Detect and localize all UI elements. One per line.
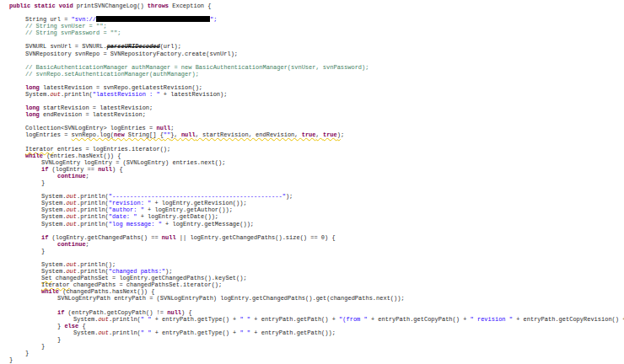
code-token-string: " " [239, 329, 250, 336]
code-token-warn: Set [41, 275, 52, 281]
code-token-field: out [66, 221, 77, 228]
code-token-plain: + latestRevision); [160, 91, 228, 98]
code-blank-line [9, 9, 624, 16]
code-token-comment: // String svnUser = ""; [25, 23, 107, 29]
code-token-keyword: throws [148, 3, 169, 9]
code-blank-line [9, 36, 624, 43]
code-token-keyword: true [323, 131, 337, 138]
code-blank-line [9, 302, 624, 308]
code-token-field: out [66, 268, 77, 275]
code-line: SVNRepository svnRepo = SVNRepositoryFac… [9, 51, 624, 57]
code-line: SVNURL svnUrl = SVNURL.parseURIDecoded(u… [9, 43, 624, 50]
code-token-plain: System. [41, 268, 66, 275]
code-line: if (logEntry.getChangedPaths() == null |… [9, 234, 624, 241]
code-token-plain: .println(); [77, 261, 116, 268]
code-blank-line [9, 118, 624, 125]
code-token-warn: , [316, 131, 323, 138]
code-line: System.out.println("log message: " + log… [9, 221, 624, 228]
code-token-plain: } [41, 343, 45, 350]
code-line: continue; [9, 241, 624, 248]
code-token-keyword: continue [57, 241, 86, 248]
code-line: // BasicAuthenticationManager authManage… [9, 64, 624, 71]
code-blank-line [9, 139, 624, 146]
code-token-plain: System. [41, 261, 66, 268]
code-token-keyword: long [25, 111, 40, 118]
code-token-plain: (entries.hasNext()) { [43, 153, 121, 159]
code-token-plain: (changedPaths.hasNext()) { [59, 288, 154, 295]
code-token-keyword: long [25, 84, 40, 91]
code-token-warn: svnRepo.log( [72, 131, 114, 138]
code-line: long latestRevision = svnRepo.getLatestR… [9, 84, 624, 91]
code-line: // String svnUser = ""; [9, 23, 624, 29]
code-token-string: " " [141, 316, 152, 323]
code-line: SVNLogEntry logEntry = (SVNLogEntry) ent… [9, 159, 624, 166]
code-token-plain: SVNLogEntryPath entryPath = (SVNLogEntry… [57, 295, 405, 302]
code-token-plain: + entryPath.getCopyRevision() + [513, 316, 624, 323]
code-token-plain: System. [41, 221, 66, 228]
code-token-string: "(from " [339, 316, 368, 323]
code-token-plain: System. [73, 316, 98, 323]
code-line: Iterator changedPaths = changedPathsSet.… [9, 281, 624, 288]
code-line: if (logEntry == null) { [9, 166, 624, 173]
code-line: logEntries = svnRepo.log(new String[] {"… [9, 131, 624, 138]
code-token-plain: } [25, 350, 29, 356]
code-token-keyword: while [41, 288, 59, 295]
code-token-string: "changed paths:" [109, 268, 165, 275]
code-token-plain: System. [25, 91, 50, 98]
code-token-keyword: null [156, 125, 170, 131]
code-line: } [9, 179, 624, 186]
code-token-plain: String url = [25, 16, 72, 23]
code-blank-line [9, 228, 624, 234]
code-token-plain: || logEntry.getChangedPaths().size() == … [176, 234, 336, 241]
code-token-plain: ) { [181, 309, 192, 316]
code-token-string: "---------------------------------------… [109, 193, 286, 200]
code-token-keyword: long [25, 104, 40, 111]
code-token-keyword: new [114, 131, 125, 138]
code-token-string: "author: " [109, 206, 144, 213]
code-line: System.out.println("--------------------… [9, 193, 624, 200]
code-token-string: " revision " [471, 316, 513, 323]
code-token-keyword: true [302, 131, 316, 138]
code-line: System.out.println(" " + entryPath.getTy… [9, 316, 624, 323]
code-token-comment: // BasicAuthenticationManager authManage… [25, 64, 368, 71]
code-token-plain: changedPathsSet = logEntry.getChangedPat… [52, 275, 247, 281]
code-token-plain: System. [41, 193, 66, 200]
code-token-plain: } [9, 356, 13, 363]
code-token-string: "latestRevision : " [93, 91, 160, 98]
code-token-warn: }, [170, 131, 181, 138]
code-token-plain: + logEntry.getDate()); [137, 213, 218, 220]
code-line: long endRevision = latestRevision; [9, 111, 624, 118]
code-token-plain: ; [341, 131, 344, 138]
code-token-plain: (logEntry.getChangedPaths() == [48, 234, 161, 241]
code-blank-line [9, 186, 624, 193]
code-token-field: out [66, 200, 77, 206]
code-token-plain: (logEntry == [48, 166, 98, 173]
code-line: Iterator entries = logEntries.iterator()… [9, 146, 624, 153]
code-token-plain: + entryPath.getPath() + [250, 316, 339, 323]
code-line: continue; [9, 173, 624, 179]
code-token-plain: System. [41, 200, 66, 206]
code-token-plain: logEntries = [25, 131, 72, 138]
code-token-deprecated: parseURIDecoded [107, 43, 160, 50]
code-token-string: "" [164, 131, 170, 138]
code-line: if (entryPath.getCopyPath() != null) { [9, 309, 624, 316]
code-token-plain: .println( [61, 91, 93, 98]
code-line: } [9, 336, 624, 343]
code-token-plain: startRevision = latestRevision; [40, 104, 153, 111]
code-token-plain: + entryPath.getPath()); [250, 329, 336, 336]
code-line: System.out.println("author: " + logEntry… [9, 206, 624, 213]
code-token-plain: } [41, 248, 45, 254]
code-token-plain: .println( [77, 268, 109, 275]
code-blank-line [9, 57, 624, 64]
code-editor[interactable]: public static void printSVNChangeLog() t… [0, 0, 624, 364]
code-token-field: out [50, 91, 61, 98]
code-token-keyword: null [181, 131, 196, 138]
code-token-plain: System. [73, 329, 98, 336]
code-token-warn: , startRevision, endRevision, [196, 131, 302, 138]
code-token-comment: // svnRepo.setAuthenticationManager(auth… [25, 71, 199, 78]
code-token-keyword: continue [57, 173, 86, 179]
code-token-plain: Collection<SVNLogEntry> logEntries = [25, 125, 156, 131]
code-line: SVNLogEntryPath entryPath = (SVNLogEntry… [9, 295, 624, 302]
code-token-string: "svn:// [72, 16, 96, 23]
code-token-string: "revision: " [109, 200, 151, 206]
